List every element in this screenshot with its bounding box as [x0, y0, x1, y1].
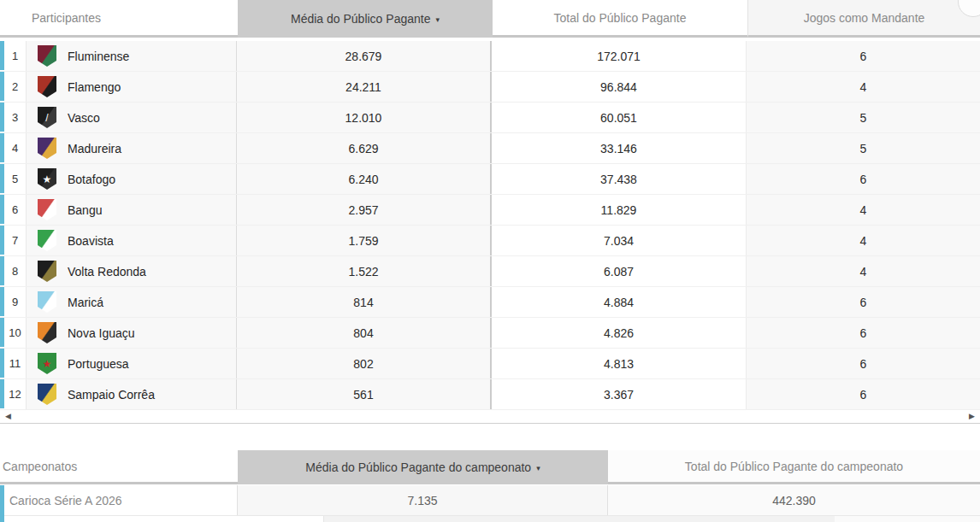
- club-crest-icon: [38, 230, 56, 251]
- club-name: Bangu: [68, 203, 102, 217]
- participant-cell: Bangu: [27, 195, 237, 225]
- horizontal-scrollbar[interactable]: ◀ ▶: [0, 410, 980, 424]
- jogos-mandante-cell: 4: [747, 195, 980, 225]
- row-accent-bar: [0, 318, 4, 347]
- total-pagante-cell: 3.367: [492, 379, 747, 409]
- championship-row[interactable]: Carioca Série A 2026 7.135 442.390: [0, 485, 980, 516]
- crest-glyph: /: [45, 113, 48, 123]
- participant-cell: Madureira: [27, 133, 237, 163]
- jogos-mandante-cell: 6: [747, 349, 980, 378]
- column-header-participantes[interactable]: Participantes: [0, 0, 238, 38]
- column-header-campeonatos[interactable]: Campeonatos: [0, 450, 238, 484]
- jogos-mandante-cell: 5: [747, 133, 980, 163]
- scroll-left-icon[interactable]: ◀: [5, 412, 11, 420]
- row-accent-bar: [0, 349, 4, 378]
- participant-cell: Flamengo: [27, 72, 237, 102]
- media-campeonato-cell: 7.135: [238, 485, 608, 515]
- participant-row[interactable]: 9 Maricá 814 4.884 6: [0, 287, 980, 318]
- column-header-total-pagante[interactable]: Total do Público Pagante: [493, 0, 747, 38]
- participant-row[interactable]: 4 Madureira 6.629 33.146 5: [0, 133, 980, 164]
- participants-table: Participantes Média do Público Pagante ▾…: [0, 0, 980, 410]
- jogos-mandante-cell: 6: [747, 164, 980, 194]
- participant-row[interactable]: 5 ★ Botafogo 6.240 37.438 6: [0, 164, 980, 195]
- media-pagante-cell: 6.240: [237, 164, 492, 194]
- total-pagante-cell: 96.844: [492, 72, 747, 102]
- column-header-media-campeonato[interactable]: Média do Público Pagante do campeonato ▾: [238, 450, 608, 484]
- media-pagante-cell: 1.522: [237, 256, 492, 286]
- participants-rows: 1 Fluminense 28.679 172.071 6 2 Flamengo…: [0, 41, 980, 410]
- club-name: Sampaio Corrêa: [68, 388, 155, 402]
- participant-row[interactable]: 6 Bangu 2.957 11.829 4: [0, 195, 980, 226]
- participant-cell: Sampaio Corrêa: [27, 379, 237, 409]
- jogos-mandante-cell: 6: [747, 318, 980, 348]
- media-campeonato-value: 7.135: [407, 494, 437, 507]
- club-crest-icon: ★: [38, 353, 56, 374]
- championship-name-cell: Carioca Série A 2026: [0, 485, 238, 515]
- total-pagante-cell: 4.813: [492, 349, 747, 378]
- crest-glyph: ★: [43, 174, 52, 185]
- total-pagante-cell: 33.146: [492, 133, 747, 163]
- row-accent-bar: [0, 379, 4, 408]
- participant-row[interactable]: 7 Boavista 1.759 7.034 4: [0, 226, 980, 256]
- club-crest-icon: ★: [38, 168, 56, 190]
- participant-cell: Volta Redonda: [27, 256, 237, 286]
- jogos-mandante-cell: 4: [747, 72, 980, 102]
- column-header-jogos-mandante[interactable]: Jogos como Mandante: [747, 0, 980, 38]
- row-accent-bar: [0, 195, 4, 224]
- jogos-mandante-cell: 4: [747, 256, 980, 286]
- club-name: Botafogo: [68, 173, 115, 186]
- total-pagante-cell: 6.087: [492, 256, 747, 286]
- media-pagante-cell: 6.629: [237, 133, 492, 163]
- media-pagante-cell: 28.679: [237, 41, 492, 71]
- partial-cell: [4, 516, 323, 522]
- participant-row[interactable]: 12 Sampaio Corrêa 561 3.367 6: [0, 379, 980, 410]
- participant-row[interactable]: 3 / Vasco 12.010 60.051 5: [0, 103, 980, 133]
- column-header-media-pagante[interactable]: Média do Público Pagante ▾: [238, 0, 493, 38]
- club-name: Boavista: [68, 234, 114, 248]
- participant-row[interactable]: 8 Volta Redonda 1.522 6.087 4: [0, 256, 980, 287]
- participant-cell: ★ Portuguesa: [27, 349, 237, 378]
- participant-row[interactable]: 10 Nova Iguaçu 804 4.826 6: [0, 318, 980, 349]
- total-pagante-cell: 11.829: [492, 195, 747, 225]
- jogos-mandante-cell: 4: [747, 226, 980, 255]
- club-name: Maricá: [68, 296, 103, 309]
- column-header-label: Total do Público Pagante: [554, 11, 687, 25]
- row-accent-bar: [0, 103, 4, 132]
- participant-cell: Boavista: [27, 226, 237, 255]
- club-crest-icon: [38, 261, 56, 282]
- media-pagante-cell: 802: [237, 349, 492, 378]
- total-pagante-cell: 172.071: [492, 41, 747, 71]
- row-accent-bar: [0, 485, 4, 516]
- club-name: Portuguesa: [68, 357, 129, 371]
- participant-row[interactable]: 2 Flamengo 24.211 96.844 4: [0, 72, 980, 103]
- jogos-mandante-cell: 5: [747, 103, 980, 132]
- club-crest-icon: [38, 138, 56, 159]
- media-pagante-cell: 2.957: [237, 195, 492, 225]
- jogos-mandante-cell: 6: [747, 379, 980, 409]
- club-name: Flamengo: [68, 80, 121, 94]
- media-pagante-cell: 24.211: [237, 72, 492, 102]
- column-header-total-campeonato[interactable]: Total do Público Pagante do campeonato: [608, 450, 980, 484]
- club-name: Nova Iguaçu: [68, 326, 135, 340]
- participant-cell: / Vasco: [27, 103, 237, 132]
- media-pagante-cell: 1.759: [237, 226, 492, 255]
- jogos-mandante-cell: 6: [747, 287, 980, 317]
- total-campeonato-cell: 442.390: [608, 485, 980, 515]
- club-crest-icon: [38, 45, 56, 67]
- partial-cell: [323, 516, 835, 522]
- total-pagante-cell: 7.034: [492, 226, 747, 255]
- participant-row[interactable]: 1 Fluminense 28.679 172.071 6: [0, 41, 980, 72]
- scroll-right-icon[interactable]: ▶: [969, 412, 975, 420]
- partial-next-section: [0, 516, 980, 522]
- row-accent-bar: [0, 226, 4, 255]
- media-pagante-cell: 12.010: [237, 103, 492, 132]
- total-pagante-cell: 4.826: [492, 318, 747, 348]
- club-name: Madureira: [68, 142, 121, 155]
- total-campeonato-value: 442.390: [772, 494, 816, 507]
- championships-table: Campeonatos Média do Público Pagante do …: [0, 450, 980, 522]
- championships-header-row: Campeonatos Média do Público Pagante do …: [0, 450, 980, 484]
- media-pagante-cell: 804: [237, 318, 492, 348]
- crest-glyph: ★: [43, 359, 52, 369]
- participant-row[interactable]: 11 ★ Portuguesa 802 4.813 6: [0, 349, 980, 379]
- row-accent-bar: [0, 287, 4, 316]
